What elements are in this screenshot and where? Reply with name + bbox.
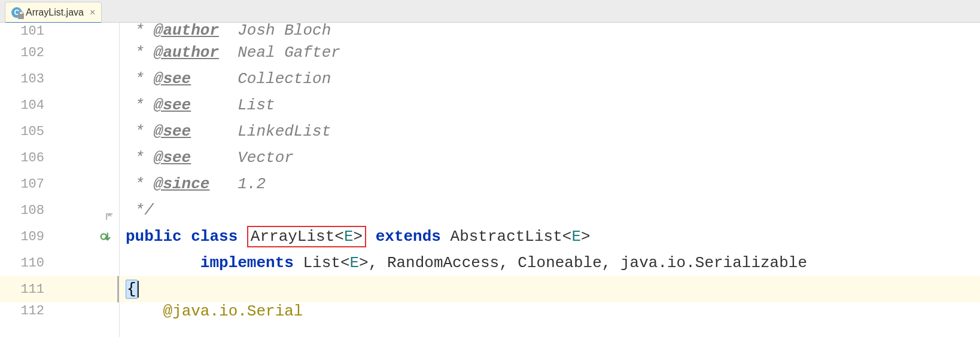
line-number[interactable]: 101 (0, 24, 44, 39)
editor-tab[interactable]: C ArrayList.java × (5, 2, 102, 22)
gutter-icons (44, 92, 112, 118)
class-file-icon: C (11, 7, 22, 18)
line-number[interactable]: 106 (0, 151, 44, 166)
code-line[interactable]: * @since 1.2 (120, 171, 980, 197)
code-line[interactable]: * @author Neal Gafter (120, 39, 980, 66)
line-number[interactable]: 104 (0, 98, 44, 113)
editor-area[interactable]: 101102103104105106107108109110111112 * @… (0, 23, 980, 337)
gutter-row: 112 (0, 302, 120, 319)
code-line[interactable]: { (120, 276, 980, 302)
close-icon[interactable]: × (90, 8, 95, 17)
gutter-row: 107 (0, 171, 120, 197)
line-number[interactable]: 103 (0, 72, 44, 87)
override-icon[interactable] (99, 230, 112, 243)
code-line[interactable]: * @author Josh Bloch (120, 23, 980, 39)
lock-icon (18, 13, 24, 19)
gutter-icons (44, 302, 112, 319)
tab-bar: C ArrayList.java × (0, 0, 980, 23)
line-number[interactable]: 111 (0, 282, 44, 297)
gutter-row: 110 (0, 250, 120, 276)
gutter-row: 109 (0, 223, 120, 250)
gutter-row: 105 (0, 118, 120, 145)
gutter-icons (44, 118, 112, 145)
tab-label: ArrayList.java (26, 7, 84, 18)
fold-line-marker[interactable] (117, 276, 119, 302)
gutter-icons (44, 197, 112, 223)
line-number[interactable]: 105 (0, 124, 44, 139)
gutter-row: 111 (0, 276, 120, 302)
line-number[interactable]: 107 (0, 177, 44, 192)
gutter-row: 106 (0, 145, 120, 171)
code-line[interactable]: public class ArrayList<E> extends Abstra… (120, 223, 980, 250)
code-line[interactable]: */ (120, 197, 980, 223)
code-line[interactable]: * @see LinkedList (120, 118, 980, 145)
line-number[interactable]: 102 (0, 45, 44, 60)
code-line[interactable]: * @see Collection (120, 66, 980, 92)
gutter-icons (44, 39, 112, 66)
gutter-icons (44, 23, 112, 39)
line-number[interactable]: 109 (0, 229, 44, 244)
gutter-row: 108 (0, 197, 120, 223)
code-line[interactable]: * @see List (120, 92, 980, 118)
gutter-icons (44, 250, 112, 276)
gutter-icons (44, 145, 112, 171)
gutter: 101102103104105106107108109110111112 (0, 23, 120, 337)
code-line[interactable]: @java.io.Serial (120, 302, 980, 319)
line-number[interactable]: 110 (0, 256, 44, 271)
line-number[interactable]: 108 (0, 203, 44, 218)
code-line[interactable]: * @see Vector (120, 145, 980, 171)
gutter-row: 102 (0, 39, 120, 66)
line-number[interactable]: 112 (0, 304, 44, 318)
gutter-row: 103 (0, 66, 120, 92)
code-area[interactable]: * @author Josh Bloch * @author Neal Gaft… (120, 23, 980, 337)
gutter-icons (44, 276, 112, 302)
code-line[interactable]: implements List<E>, RandomAccess, Clonea… (120, 250, 980, 276)
gutter-icons (44, 223, 112, 250)
fold-end-icon[interactable] (105, 213, 114, 221)
gutter-icons (44, 171, 112, 197)
gutter-row: 104 (0, 92, 120, 118)
gutter-row: 101 (0, 23, 120, 39)
gutter-icons (44, 66, 112, 92)
